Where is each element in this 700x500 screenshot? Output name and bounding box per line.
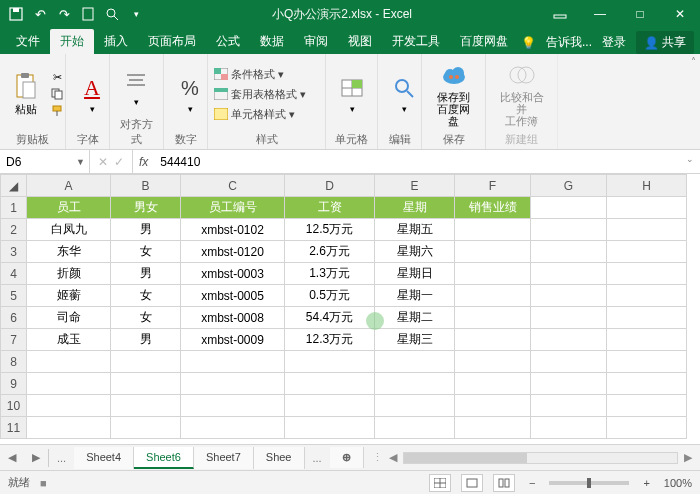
sheet-more-icon[interactable]: ... [49,452,74,464]
zoom-level[interactable]: 100% [664,477,692,489]
accept-formula-icon[interactable]: ✓ [114,155,124,169]
row-header-1[interactable]: 1 [1,197,27,219]
cell-A3[interactable]: 东华 [27,241,111,263]
cell-C8[interactable] [181,351,285,373]
collapse-ribbon-icon[interactable]: ˄ [691,56,696,67]
cell-F8[interactable] [455,351,531,373]
cell-G1[interactable] [531,197,607,219]
sheet-tab-Shee[interactable]: Shee [254,447,305,469]
row-header-9[interactable]: 9 [1,373,27,395]
cell-E1[interactable]: 星期 [375,197,455,219]
tab-6[interactable]: 审阅 [294,29,338,54]
cell-E5[interactable]: 星期一 [375,285,455,307]
cell-G7[interactable] [531,329,607,351]
maximize-button[interactable]: □ [620,0,660,28]
cell-E3[interactable]: 星期六 [375,241,455,263]
cell-C6[interactable]: xmbst-0008 [181,307,285,329]
sheet-overflow-icon[interactable]: ... [305,452,330,464]
view-pagebreak-button[interactable] [493,474,515,492]
cell-E10[interactable] [375,395,455,417]
cell-F11[interactable] [455,417,531,439]
cell-E7[interactable]: 星期三 [375,329,455,351]
cancel-formula-icon[interactable]: ✕ [98,155,108,169]
login-link[interactable]: 登录 [602,34,626,51]
conditional-format[interactable]: 条件格式 ▾ [214,67,306,82]
cell-D1[interactable]: 工资 [285,197,375,219]
cell-C2[interactable]: xmbst-0102 [181,219,285,241]
cell-F4[interactable] [455,263,531,285]
tab-2[interactable]: 插入 [94,29,138,54]
close-button[interactable]: ✕ [660,0,700,28]
cell-B2[interactable]: 男 [111,219,181,241]
cell-A9[interactable] [27,373,111,395]
row-header-8[interactable]: 8 [1,351,27,373]
chevron-down-icon[interactable]: ▼ [76,157,85,167]
cell-D9[interactable] [285,373,375,395]
sheet-tab-Sheet6[interactable]: Sheet6 [134,447,194,469]
editing-button[interactable]: ▾ [384,72,424,116]
tab-7[interactable]: 视图 [338,29,382,54]
cell-F9[interactable] [455,373,531,395]
cell-C11[interactable] [181,417,285,439]
cell-F2[interactable] [455,219,531,241]
horizontal-scrollbar[interactable] [403,452,678,464]
row-header-11[interactable]: 11 [1,417,27,439]
row-header-7[interactable]: 7 [1,329,27,351]
scroll-left-icon[interactable]: ◀ [389,451,397,464]
cell-F1[interactable]: 销售业绩 [455,197,531,219]
cell-H5[interactable] [607,285,687,307]
tab-8[interactable]: 开发工具 [382,29,450,54]
cell-E9[interactable] [375,373,455,395]
cell-H8[interactable] [607,351,687,373]
paste-button[interactable]: 粘贴 [6,70,46,119]
col-header-G[interactable]: G [531,175,607,197]
tab-3[interactable]: 页面布局 [138,29,206,54]
cell-D10[interactable] [285,395,375,417]
cell-B4[interactable]: 男 [111,263,181,285]
cell-E4[interactable]: 星期日 [375,263,455,285]
cell-G2[interactable] [531,219,607,241]
tab-4[interactable]: 公式 [206,29,250,54]
cell-G4[interactable] [531,263,607,285]
cell-C4[interactable]: xmbst-0003 [181,263,285,285]
minimize-button[interactable]: ― [580,0,620,28]
sheet-tab-Sheet7[interactable]: Sheet7 [194,447,254,469]
tab-5[interactable]: 数据 [250,29,294,54]
fx-label[interactable]: fx [133,150,154,173]
cell-D5[interactable]: 0.5万元 [285,285,375,307]
cell-G9[interactable] [531,373,607,395]
undo-icon[interactable]: ↶ [32,6,48,22]
row-header-10[interactable]: 10 [1,395,27,417]
col-header-E[interactable]: E [375,175,455,197]
cell-G3[interactable] [531,241,607,263]
expand-formula-icon[interactable]: ⌄ [680,150,700,173]
print-preview-icon[interactable] [104,6,120,22]
row-header-3[interactable]: 3 [1,241,27,263]
sheet-nav-next[interactable]: ▶ [24,451,48,464]
cell-B8[interactable] [111,351,181,373]
save-icon[interactable] [8,6,24,22]
copy-icon[interactable] [50,87,64,101]
cell-A8[interactable] [27,351,111,373]
tab-1[interactable]: 开始 [50,29,94,54]
cell-B6[interactable]: 女 [111,307,181,329]
redo-icon[interactable]: ↷ [56,6,72,22]
col-header-D[interactable]: D [285,175,375,197]
tab-0[interactable]: 文件 [6,29,50,54]
cell-C10[interactable] [181,395,285,417]
cell-G10[interactable] [531,395,607,417]
scroll-split-icon[interactable]: ⋮ [372,451,383,464]
cell-styles[interactable]: 单元格样式 ▾ [214,107,306,122]
cell-A5[interactable]: 姬蘅 [27,285,111,307]
tab-9[interactable]: 百度网盘 [450,29,518,54]
cell-H6[interactable] [607,307,687,329]
zoom-in-button[interactable]: + [639,477,653,489]
cell-H11[interactable] [607,417,687,439]
cell-E6[interactable]: 星期二 [375,307,455,329]
share-button[interactable]: 👤 共享 [636,31,694,54]
cell-D7[interactable]: 12.3万元 [285,329,375,351]
baidu-save-button[interactable]: 保存到 百度网盘 [428,59,479,129]
cell-B7[interactable]: 男 [111,329,181,351]
cell-C7[interactable]: xmbst-0009 [181,329,285,351]
select-all[interactable]: ◢ [1,175,27,197]
